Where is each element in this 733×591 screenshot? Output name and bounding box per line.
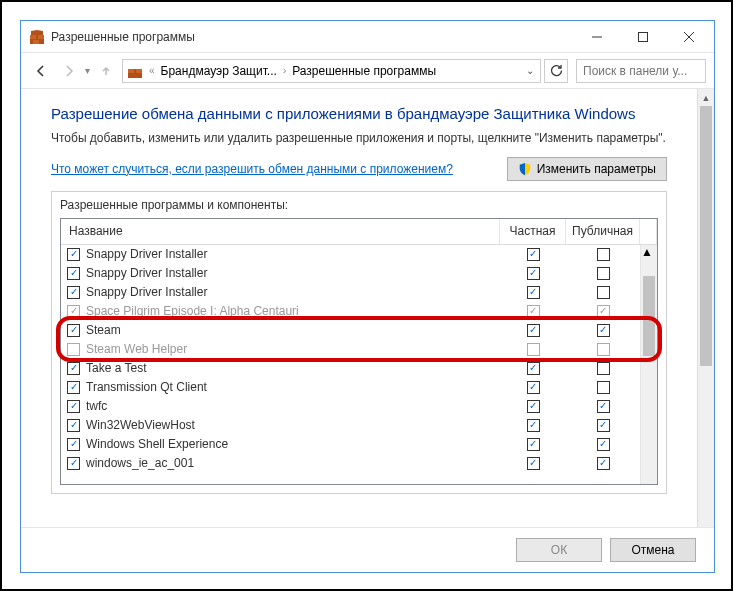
row-name: twfc xyxy=(86,399,500,413)
row-public-cell xyxy=(566,362,640,375)
row-enable-checkbox[interactable] xyxy=(67,286,80,299)
table-row[interactable]: Snappy Driver Installer xyxy=(61,264,640,283)
breadcrumb-part-1[interactable]: Брандмауэр Защит... xyxy=(161,64,277,78)
row-public-cell xyxy=(566,457,640,470)
row-private-checkbox[interactable] xyxy=(527,419,540,432)
firewall-icon xyxy=(29,29,45,45)
table-row[interactable]: Space Pilgrim Episode I: Alpha Centauri xyxy=(61,302,640,321)
row-enable-checkbox[interactable] xyxy=(67,343,80,356)
row-name: Win32WebViewHost xyxy=(86,418,500,432)
row-public-cell xyxy=(566,305,640,318)
navbar: ▾ « Брандмауэр Защит... › Разрешенные пр… xyxy=(21,53,714,89)
cancel-button[interactable]: Отмена xyxy=(610,538,696,562)
recent-locations-icon[interactable]: ▾ xyxy=(85,65,90,76)
minimize-button[interactable] xyxy=(574,22,620,52)
row-private-checkbox[interactable] xyxy=(527,400,540,413)
list-scrollbar[interactable]: ▲ xyxy=(640,245,657,484)
allowed-apps-list[interactable]: Название Частная Публичная Snappy Driver… xyxy=(60,218,658,485)
table-row[interactable]: Snappy Driver Installer xyxy=(61,283,640,302)
table-row[interactable]: twfc xyxy=(61,397,640,416)
content-scrollbar[interactable]: ▲ xyxy=(697,89,714,527)
row-public-checkbox[interactable] xyxy=(597,286,610,299)
row-public-checkbox[interactable] xyxy=(597,305,610,318)
table-row[interactable]: Take a Test xyxy=(61,359,640,378)
column-name[interactable]: Название xyxy=(61,219,500,244)
row-enable-checkbox[interactable] xyxy=(67,457,80,470)
row-enable-checkbox[interactable] xyxy=(67,267,80,280)
row-public-checkbox[interactable] xyxy=(597,381,610,394)
row-name: Snappy Driver Installer xyxy=(86,285,500,299)
search-input[interactable] xyxy=(583,64,699,78)
row-name: windows_ie_ac_001 xyxy=(86,456,500,470)
table-row[interactable]: Steam Web Helper xyxy=(61,340,640,359)
row-private-checkbox[interactable] xyxy=(527,362,540,375)
row-name: Transmission Qt Client xyxy=(86,380,500,394)
table-row[interactable]: windows_ie_ac_001 xyxy=(61,454,640,473)
allowed-apps-group: Разрешенные программы и компоненты: Назв… xyxy=(51,191,667,494)
maximize-button[interactable] xyxy=(620,22,666,52)
ok-button[interactable]: ОК xyxy=(516,538,602,562)
address-dropdown-icon[interactable]: ⌄ xyxy=(524,65,536,76)
row-public-checkbox[interactable] xyxy=(597,438,610,451)
row-private-checkbox[interactable] xyxy=(527,438,540,451)
row-public-cell xyxy=(566,419,640,432)
row-enable-checkbox[interactable] xyxy=(67,400,80,413)
address-bar[interactable]: « Брандмауэр Защит... › Разрешенные прог… xyxy=(122,59,541,83)
table-row[interactable]: Win32WebViewHost xyxy=(61,416,640,435)
group-title: Разрешенные программы и компоненты: xyxy=(52,192,666,218)
row-private-checkbox[interactable] xyxy=(527,267,540,280)
change-settings-button[interactable]: Изменить параметры xyxy=(507,157,667,181)
row-private-checkbox[interactable] xyxy=(527,248,540,261)
scroll-up-icon[interactable]: ▲ xyxy=(641,245,657,259)
row-private-cell xyxy=(500,267,566,280)
risks-link[interactable]: Что может случиться, если разрешить обме… xyxy=(51,162,453,176)
back-button[interactable] xyxy=(29,59,53,83)
row-enable-checkbox[interactable] xyxy=(67,381,80,394)
table-row[interactable]: Snappy Driver Installer xyxy=(61,245,640,264)
row-private-checkbox[interactable] xyxy=(527,343,540,356)
row-public-checkbox[interactable] xyxy=(597,457,610,470)
row-private-checkbox[interactable] xyxy=(527,305,540,318)
row-private-checkbox[interactable] xyxy=(527,286,540,299)
row-private-cell xyxy=(500,381,566,394)
row-private-checkbox[interactable] xyxy=(527,381,540,394)
table-row[interactable]: Windows Shell Experience xyxy=(61,435,640,454)
row-public-checkbox[interactable] xyxy=(597,343,610,356)
row-enable-checkbox[interactable] xyxy=(67,324,80,337)
row-public-checkbox[interactable] xyxy=(597,419,610,432)
row-enable-checkbox[interactable] xyxy=(67,362,80,375)
page-description: Чтобы добавить, изменить или удалить раз… xyxy=(51,130,667,147)
row-private-cell xyxy=(500,400,566,413)
table-row[interactable]: Transmission Qt Client xyxy=(61,378,640,397)
breadcrumb-part-2[interactable]: Разрешенные программы xyxy=(292,64,436,78)
up-button[interactable] xyxy=(94,59,118,83)
row-enable-checkbox[interactable] xyxy=(67,248,80,261)
row-private-cell xyxy=(500,457,566,470)
row-public-checkbox[interactable] xyxy=(597,267,610,280)
row-private-checkbox[interactable] xyxy=(527,324,540,337)
row-name: Snappy Driver Installer xyxy=(86,247,500,261)
row-name: Take a Test xyxy=(86,361,500,375)
row-public-cell xyxy=(566,400,640,413)
scroll-thumb[interactable] xyxy=(643,276,655,356)
page-heading: Разрешение обмена данными с приложениями… xyxy=(51,105,667,122)
forward-button[interactable] xyxy=(57,59,81,83)
row-enable-checkbox[interactable] xyxy=(67,438,80,451)
close-button[interactable] xyxy=(666,22,712,52)
row-name: Snappy Driver Installer xyxy=(86,266,500,280)
row-public-checkbox[interactable] xyxy=(597,362,610,375)
row-public-checkbox[interactable] xyxy=(597,400,610,413)
row-private-checkbox[interactable] xyxy=(527,457,540,470)
table-row[interactable]: Steam xyxy=(61,321,640,340)
row-public-checkbox[interactable] xyxy=(597,248,610,261)
column-private[interactable]: Частная xyxy=(500,219,566,244)
column-public[interactable]: Публичная xyxy=(566,219,640,244)
scroll-up-icon[interactable]: ▲ xyxy=(698,89,714,106)
row-enable-checkbox[interactable] xyxy=(67,419,80,432)
scroll-thumb[interactable] xyxy=(700,106,712,366)
svg-rect-0 xyxy=(639,32,648,41)
search-box[interactable] xyxy=(576,59,706,83)
row-public-checkbox[interactable] xyxy=(597,324,610,337)
row-enable-checkbox[interactable] xyxy=(67,305,80,318)
refresh-button[interactable] xyxy=(544,59,568,83)
